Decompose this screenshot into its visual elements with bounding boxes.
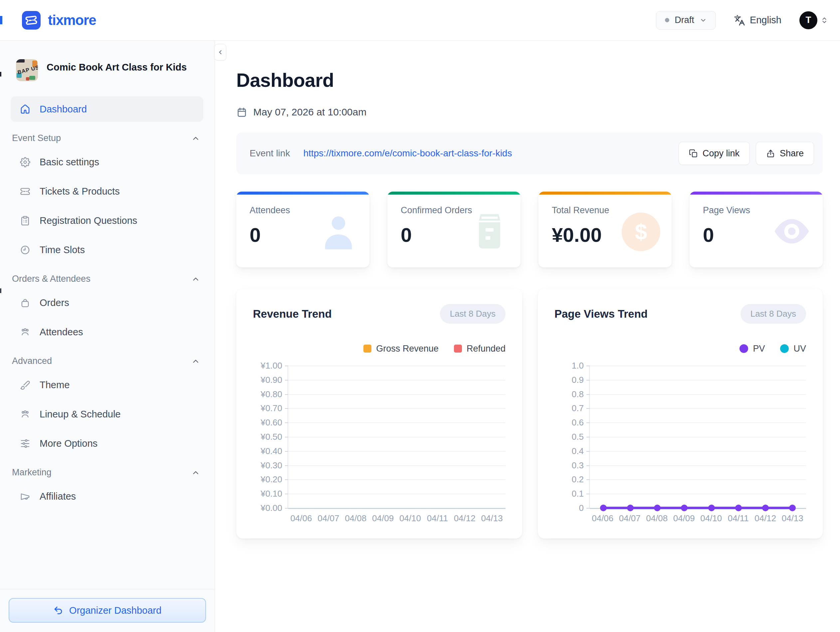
share-button[interactable]: Share [756,142,814,165]
sidebar-item-label: Tickets & Products [39,186,120,197]
y-axis-label: 0.5 [572,432,584,442]
page-title: Dashboard [236,69,823,91]
thumb-text: BAP USL [17,63,38,76]
thumb-decor [26,77,29,80]
x-axis: 04/0604/0704/0804/0904/1004/1104/1204/13 [287,513,505,525]
copy-icon [689,149,698,158]
organizer-dashboard-button[interactable]: Organizer Dashboard [9,598,206,623]
y-axis-label: ¥0.90 [261,375,282,385]
y-axis-label: ¥0.30 [261,460,282,470]
chevrons-up-down-icon [821,17,828,24]
sidebar-item-tickets-products[interactable]: Tickets & Products [11,179,203,204]
data-point [708,504,715,511]
thumb-decor [29,76,35,80]
copy-link-label: Copy link [703,148,739,159]
ticket-icon [20,186,30,197]
sidebar-item-basic-settings[interactable]: Basic settings [11,149,203,175]
y-axis-label: 0.9 [572,375,584,385]
shopping-bag-icon [20,298,30,308]
home-icon [20,104,30,114]
account-menu[interactable]: T [799,11,828,29]
organizer-dashboard-label: Organizer Dashboard [69,605,161,616]
y-axis-label: ¥0.80 [261,389,282,399]
sidebar-item-lineup-schedule[interactable]: Lineup & Schedule [11,402,203,427]
sidebar-item-attendees[interactable]: Attendees [11,319,203,345]
sidebar-item-label: Registration Questions [39,215,137,226]
data-point [762,504,769,511]
event-status-dropdown[interactable]: Draft [656,11,716,30]
chart-plot: ¥1.00¥0.90¥0.80¥0.70¥0.60¥0.50¥0.40¥0.30… [253,366,505,508]
y-axis-label: 0.1 [572,489,584,499]
language-selector[interactable]: English [734,15,782,26]
charts-row: Revenue Trend Last 8 Days Gross RevenueR… [236,289,823,539]
header-controls: Draft English T [656,11,828,30]
legend-item-pv[interactable]: PV [739,343,765,354]
sidebar: BAP USL Comic Book Art Class for Kids Da… [0,41,215,632]
legend-marker [780,344,789,353]
series-line-pv [590,366,806,508]
sidebar-section-marketing[interactable]: Marketing [11,467,200,478]
clock-icon [20,245,30,255]
stat-card-total-revenue: Total Revenue ¥0.00 $ [538,192,672,268]
users-icon [20,327,30,337]
brand-logo[interactable]: tixmore [22,11,96,30]
x-axis-label: 04/09 [673,513,695,523]
edge-fragment [0,72,2,77]
share-icon [766,149,775,158]
gear-icon [20,157,30,167]
y-axis: 1.00.90.80.70.60.50.40.30.20.10 [554,366,589,508]
data-point [600,504,607,511]
page-views-trend-chart: Page Views Trend Last 8 Days PVUV 1.00.9… [538,289,823,539]
chevron-up-icon [191,275,200,284]
legend-item-uv[interactable]: UV [780,343,806,354]
sidebar-item-dashboard[interactable]: Dashboard [11,96,203,122]
sidebar-item-theme[interactable]: Theme [11,372,203,397]
data-point [681,504,688,511]
x-axis-label: 04/12 [755,513,776,523]
sidebar-item-orders[interactable]: Orders [11,290,203,315]
undo-icon [53,605,63,615]
sidebar-item-registration-questions[interactable]: Registration Questions [11,208,203,233]
sidebar-collapse-button[interactable] [214,44,226,60]
y-axis-label: 0.3 [572,460,584,470]
sidebar-nav: Dashboard Event Setup Basic settings Tic… [0,85,215,513]
plot-grid [589,366,806,508]
edge-fragment [0,288,2,293]
gridline [288,394,505,395]
event-header[interactable]: BAP USL Comic Book Art Class for Kids [0,41,215,85]
legend-label: PV [753,344,765,354]
event-link-url[interactable]: https://tixmore.com/e/comic-book-art-cla… [303,148,512,159]
y-axis-label: ¥1.00 [261,361,282,371]
x-axis-label: 04/08 [646,513,668,523]
sidebar-item-affiliates[interactable]: Affiliates [11,484,203,509]
x-axis-label: 04/12 [454,513,475,523]
sidebar-footer: Organizer Dashboard [0,589,215,632]
event-link-actions: Copy link Share [679,142,814,165]
event-link-box: Event link https://tixmore.com/e/comic-b… [236,132,823,174]
chart-legend: Gross RevenueRefunded [253,343,505,354]
chart-title: Page Views Trend [554,308,647,320]
sidebar-section-event-setup[interactable]: Event Setup [11,133,200,143]
chart-legend: PVUV [554,343,806,354]
languages-icon [734,15,745,26]
sidebar-section-orders-attendees[interactable]: Orders & Attendees [11,274,200,284]
legend-item-refunded[interactable]: Refunded [454,343,505,354]
sidebar-item-label: Basic settings [39,157,99,168]
stat-accent [236,192,369,195]
avatar[interactable]: T [799,11,817,29]
section-label: Event Setup [12,133,61,143]
legend-marker [739,344,748,353]
chevron-left-icon [217,49,224,55]
sidebar-item-more-options[interactable]: More Options [11,431,203,456]
copy-link-button[interactable]: Copy link [679,142,750,165]
y-axis-label: ¥0.70 [261,403,282,413]
thumb-decor [16,59,25,63]
event-title: Comic Book Art Class for Kids [47,59,187,74]
gridline [288,465,505,466]
legend-item-gross-revenue[interactable]: Gross Revenue [363,343,439,354]
sidebar-item-time-slots[interactable]: Time Slots [11,237,203,262]
gridline [288,366,505,366]
y-axis-label: 0.4 [572,446,584,456]
x-axis-label: 04/06 [592,513,613,523]
sidebar-section-advanced[interactable]: Advanced [11,356,200,366]
